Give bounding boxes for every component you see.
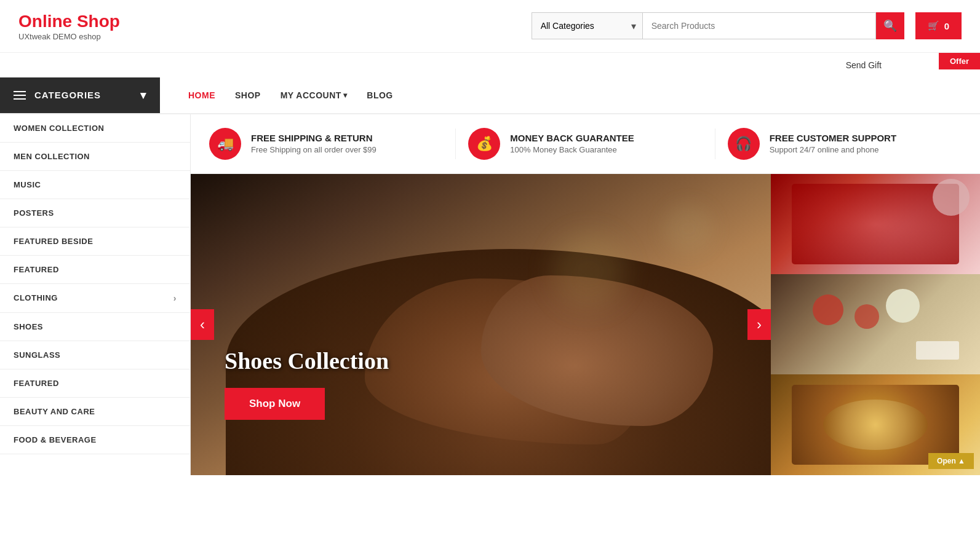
features-bar: 🚚 FREE SHIPPING & RETURN Free Shipping o… [191,114,980,174]
nav-links: HOME SHOP MY ACCOUNT ▾ BLOG [160,77,421,113]
feature-divider1 [455,128,456,159]
feature-moneyback: 💰 MONEY BACK GUARANTEE 100% Money Back G… [468,128,702,160]
hero-title: Shoes Collection [225,347,389,374]
sidebar-item-posters[interactable]: POSTERS [0,199,190,227]
sidebar-item-men-collection[interactable]: MEN COLLECTION [0,143,190,171]
support-desc: Support 24/7 online and phone [770,145,896,154]
search-input[interactable] [642,12,876,39]
support-icon: 🎧 [728,128,760,160]
moneyback-desc: 100% Money Back Guarantee [510,145,634,154]
cart-icon: 🛒 [928,20,939,31]
send-gift-link[interactable]: Send Gift [846,60,882,70]
sidebar-item-music[interactable]: MUSIC [0,171,190,199]
moneyback-title: MONEY BACK GUARANTEE [510,133,634,143]
sidebar: WOMEN COLLECTION MEN COLLECTION MUSIC PO… [0,114,191,475]
categories-chevron-icon: ▾ [140,89,146,102]
cart-count: 0 [944,21,949,31]
sidebar-item-beauty-care[interactable]: BEAUTY AND CARE [0,398,190,426]
hero-slider: ‹ Shoes Collection Shop Now › [191,174,771,475]
clothing-arrow-icon: › [173,293,177,303]
logo-area: Online Shop UXtweak DEMO eshop [18,11,120,41]
feature-support: 🎧 FREE CUSTOMER SUPPORT Support 24/7 onl… [728,128,962,160]
categories-button[interactable]: CATEGORIES ▾ [0,77,160,113]
category-select-wrap[interactable]: All Categories Women Collection Men Coll… [532,12,642,39]
hero-section: ‹ Shoes Collection Shop Now › [191,174,980,475]
cart-button[interactable]: 🛒 0 [915,12,962,39]
sidebar-item-food-beverage[interactable]: FOOD & BEVERAGE [0,426,190,454]
shipping-desc: Free Shipping on all order over $99 [251,145,376,154]
open-badge[interactable]: Open ▲ [928,453,974,469]
feature-shipping: 🚚 FREE SHIPPING & RETURN Free Shipping o… [209,128,443,160]
prev-arrow-icon: ‹ [200,316,205,333]
slider-prev-button[interactable]: ‹ [191,309,214,340]
sidebar-item-featured-beside[interactable]: FEATURED BESIDE [0,227,190,256]
hero-overlay: Shoes Collection Shop Now [225,347,389,420]
logo-title: Online Shop [18,11,120,32]
sidebar-item-women-collection[interactable]: WOMEN COLLECTION [0,114,190,143]
side-image-bot: Open ▲ [771,374,980,475]
side-image-top [771,174,980,274]
side-images: Open ▲ [771,174,980,475]
support-title: FREE CUSTOMER SUPPORT [770,133,896,143]
nav-home[interactable]: HOME [178,77,225,113]
sidebar-item-featured[interactable]: FEATURED [0,256,190,284]
category-select[interactable]: All Categories Women Collection Men Coll… [532,12,642,39]
categories-label: CATEGORIES [34,90,101,100]
offer-strip: Offer Send Gift [0,53,980,77]
feature-divider2 [715,128,715,159]
nav-blog[interactable]: BLOG [357,77,402,113]
sidebar-item-clothing[interactable]: CLOTHING › [0,284,190,313]
search-button[interactable]: 🔍 [876,12,904,39]
content-area: WOMEN COLLECTION MEN COLLECTION MUSIC PO… [0,114,980,475]
slider-next-button[interactable]: › [747,309,771,340]
offer-tag[interactable]: Offer [939,53,980,69]
search-icon: 🔍 [883,19,897,33]
moneyback-icon: 💰 [468,128,500,160]
shipping-title: FREE SHIPPING & RETURN [251,133,376,143]
next-arrow-icon: › [757,316,762,333]
sidebar-item-featured2[interactable]: FEATURED [0,369,190,398]
side-image-mid [771,274,980,374]
sidebar-item-sunglass[interactable]: SUNGLASS [0,341,190,369]
header: Online Shop UXtweak DEMO eshop All Categ… [0,0,980,53]
shipping-icon: 🚚 [209,128,241,160]
nav-bar: CATEGORIES ▾ HOME SHOP MY ACCOUNT ▾ BLOG [0,77,980,114]
logo-sub: UXtweak DEMO eshop [18,32,120,41]
nav-my-account[interactable]: MY ACCOUNT ▾ [271,77,357,113]
header-search: All Categories Women Collection Men Coll… [532,12,962,39]
main-content: 🚚 FREE SHIPPING & RETURN Free Shipping o… [191,114,980,475]
sidebar-item-shoes[interactable]: SHOES [0,313,190,341]
shop-now-button[interactable]: Shop Now [225,388,325,420]
nav-shop[interactable]: SHOP [225,77,271,113]
hamburger-icon [14,91,26,100]
